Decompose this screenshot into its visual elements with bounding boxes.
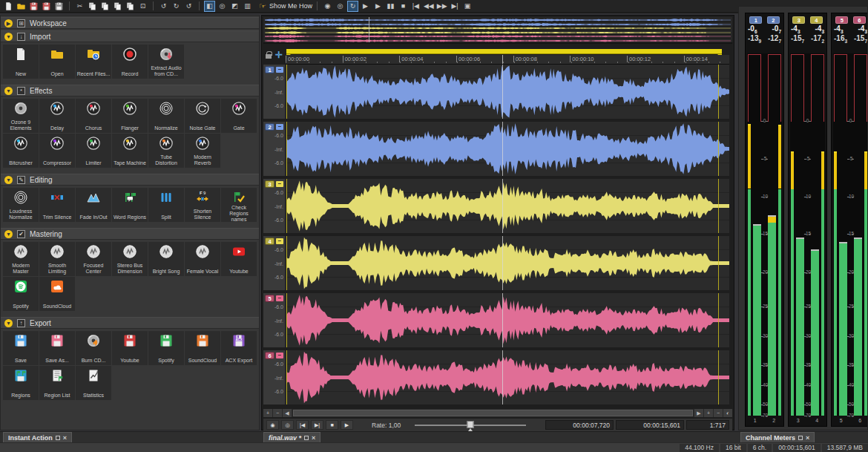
chevron-down-icon[interactable]: ▼	[4, 87, 13, 95]
channel-number-badge[interactable]: 3	[265, 180, 274, 188]
chevron-down-icon[interactable]: ▼	[4, 33, 13, 41]
tile-chorus[interactable]: Chorus	[76, 99, 111, 133]
undo-history-button[interactable]: ↺	[183, 1, 194, 12]
paste-button[interactable]	[99, 1, 111, 12]
redo-button[interactable]: ↻	[171, 1, 182, 12]
tile-trim-silence[interactable]: Trim Silence	[39, 188, 75, 222]
show-me-how-button[interactable]: Show Me How	[269, 2, 312, 10]
tile-acx-export[interactable]: ACXACX Export	[221, 331, 257, 365]
tile-noise-gate[interactable]: Noise Gate	[185, 99, 220, 133]
waveform-area-5[interactable]	[286, 293, 729, 347]
tile-record[interactable]: Record	[112, 45, 148, 79]
rewind-button[interactable]: ◀◀	[423, 1, 435, 12]
waveform-area-6[interactable]	[286, 350, 729, 404]
record-options-button[interactable]: ↻	[347, 1, 358, 12]
collapse-channel-button[interactable]: −	[276, 124, 283, 130]
overview-cursor[interactable]	[369, 17, 369, 42]
tile-open[interactable]: Open	[39, 45, 75, 79]
section-header-mastering[interactable]: ▼✔Mastering	[1, 228, 259, 240]
tile-female-vocal[interactable]: Female Vocal	[185, 242, 220, 276]
tile-loudness-normalize[interactable]: Loudness Normalize	[3, 188, 39, 222]
tile-save[interactable]: Save	[3, 331, 39, 365]
file-overview-strip[interactable]	[263, 17, 732, 44]
tile-tape-machine[interactable]: Tape Machine	[112, 134, 148, 168]
section-header-editing[interactable]: ▼✎Editing	[1, 174, 259, 186]
tile-limiter[interactable]: Limiter	[76, 134, 111, 168]
paste-special-button[interactable]	[112, 1, 123, 12]
waveform-area-3[interactable]	[286, 179, 729, 233]
tile-bitcrusher[interactable]: Bitcrusher	[3, 134, 39, 168]
tile-soundcloud[interactable]: SoundCloud	[39, 277, 75, 311]
horizontal-scrollbar[interactable]: +−◀▶+−◐	[263, 409, 732, 417]
cut-button[interactable]: ✂	[74, 1, 85, 12]
channel-number-badge[interactable]: 6	[265, 352, 274, 359]
stop-button[interactable]: ■	[326, 420, 338, 430]
waveform-area-2[interactable]	[286, 122, 729, 176]
rate-slider[interactable]	[415, 420, 526, 430]
play-button[interactable]: ▶	[341, 420, 353, 430]
record-button[interactable]: ◉	[322, 1, 333, 12]
tile-flanger[interactable]: Flanger	[112, 99, 148, 133]
time-ruler[interactable]: 00:00:0000:00:0200:00:0400:00:0600:00:08…	[286, 55, 729, 65]
chevron-down-icon[interactable]: ▼	[4, 176, 13, 184]
tile-normalize[interactable]: Normalize	[148, 99, 184, 133]
tab-channel-meters[interactable]: Channel Meters ×	[740, 432, 815, 443]
tile-soundcloud[interactable]: SoundCloud	[185, 331, 220, 365]
loop-playback-button[interactable]: ◎	[335, 1, 346, 12]
chevron-down-icon[interactable]: ▼	[4, 319, 13, 327]
tile-shorten-silence[interactable]: F9Shorten Silence	[185, 188, 220, 222]
spectrum-button[interactable]: ▥	[242, 1, 253, 12]
channel-number-badge[interactable]: 4	[265, 238, 274, 245]
scroll-button[interactable]: ▶	[694, 409, 703, 417]
scrollbar-thumb[interactable]	[293, 410, 693, 416]
tile-word-regions[interactable]: Word Regions	[112, 188, 148, 222]
section-header-import[interactable]: ▼↓Import	[1, 30, 259, 42]
tile-check-regions-names[interactable]: Check Regions names	[221, 188, 257, 222]
scroll-button[interactable]: +	[263, 409, 272, 417]
pause-button[interactable]: ▮▮	[385, 1, 396, 12]
scroll-button[interactable]: ◀	[283, 409, 292, 417]
tile-ozone-9-elements[interactable]: Ozone 9 Elements	[3, 99, 39, 133]
lock-icon[interactable]	[266, 54, 272, 59]
rate-slider-thumb[interactable]	[467, 421, 474, 428]
collapse-channel-button[interactable]: −	[276, 353, 283, 358]
open-button[interactable]	[16, 1, 27, 12]
record-button[interactable]: ◉	[266, 420, 279, 430]
trim-crop-button[interactable]: ⊡	[137, 1, 148, 12]
float-window-icon[interactable]	[56, 436, 60, 440]
stop-button[interactable]: ■	[398, 1, 409, 12]
tile-save-as[interactable]: Save As...	[39, 331, 75, 365]
tile-new[interactable]: New	[3, 45, 39, 79]
copy-button[interactable]	[87, 1, 98, 12]
section-header-export[interactable]: ▼↑Export	[1, 317, 259, 329]
save-button[interactable]	[28, 1, 39, 12]
channel-converter-button[interactable]: ◧	[204, 1, 215, 12]
tile-fade-in-out[interactable]: Fade In/Out	[76, 188, 111, 222]
forward-button[interactable]: ▶▶	[436, 1, 448, 12]
tile-spotify[interactable]: Spotify	[3, 277, 39, 311]
record-remote-button[interactable]: ▣	[462, 1, 473, 12]
tile-split[interactable]: Split	[148, 188, 184, 222]
go-to-start-button[interactable]: |◀	[296, 420, 309, 430]
collapse-channel-button[interactable]: −	[276, 181, 283, 187]
chevron-right-icon[interactable]: ▶	[4, 19, 13, 27]
go-to-end-button[interactable]: ▶|	[450, 1, 461, 12]
zoom-edit-button[interactable]: ◎	[217, 1, 228, 12]
tile-bright-song[interactable]: Bright Song	[148, 242, 184, 276]
save-all-button[interactable]	[53, 1, 65, 12]
selection-bar[interactable]	[286, 49, 722, 54]
collapse-channel-button[interactable]: −	[276, 238, 283, 244]
close-icon[interactable]: ×	[63, 434, 67, 442]
play-all-button[interactable]: ▶	[360, 1, 371, 12]
paste-new-button[interactable]	[125, 1, 136, 12]
scroll-button[interactable]: −	[273, 409, 282, 417]
tile-modern-master[interactable]: Modern Master	[3, 242, 39, 276]
tile-recent-files[interactable]: Recent Files...	[76, 45, 111, 79]
go-to-end-button[interactable]: ▶|	[311, 420, 323, 430]
tile-youtube[interactable]: Youtube	[221, 242, 257, 276]
tile-gate[interactable]: Gate	[221, 99, 257, 133]
tile-region-list[interactable]: Region List	[39, 366, 75, 400]
waveform-area-1[interactable]	[286, 65, 729, 119]
channel-number-badge[interactable]: 1	[265, 66, 274, 73]
loop-playback-button[interactable]: ◎	[281, 420, 294, 430]
